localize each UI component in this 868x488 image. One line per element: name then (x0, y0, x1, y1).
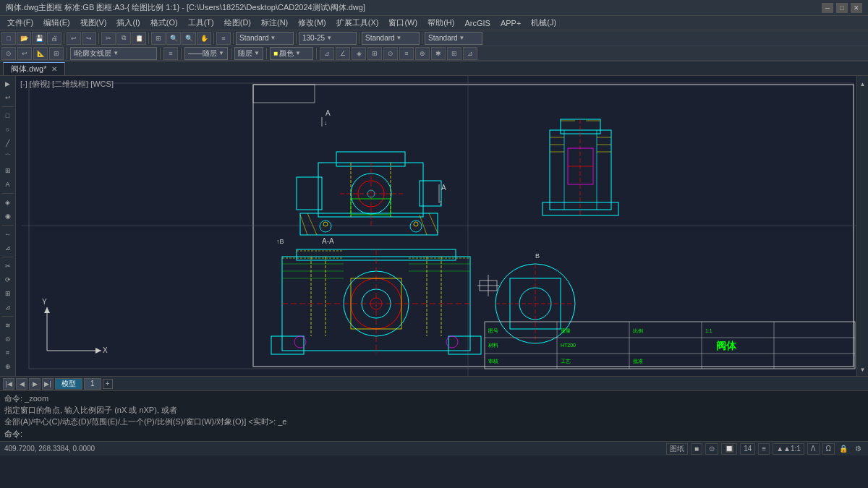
menu-file[interactable]: 文件(F) (3, 17, 38, 29)
lp-attrib[interactable]: ◉ (1, 210, 14, 223)
viewport[interactable]: [-] [俯视] [二维线框] [WCS] (16, 76, 868, 376)
tb-r2-more8[interactable]: ✱ (431, 47, 446, 60)
tb-save[interactable]: 💾 (32, 32, 46, 45)
tb-copy[interactable]: ⧉ (116, 32, 131, 45)
tb-multistyle-dropdown[interactable]: Standard ▼ (425, 32, 482, 45)
tb-r2-more3[interactable]: ◈ (352, 47, 366, 60)
tb-open[interactable]: 📂 (17, 32, 31, 45)
rp-btn-1[interactable]: ▲ (856, 77, 869, 90)
tb-undo[interactable]: ↩ (67, 32, 81, 45)
tb-r2-more1[interactable]: ⊿ (320, 47, 334, 60)
tb-r2-3[interactable]: 📐 (33, 47, 48, 60)
tb-r2-4[interactable]: ⊞ (49, 47, 64, 60)
tb-zoom-ext[interactable]: ⊞ (151, 32, 166, 45)
tb-r2-more6[interactable]: ≡ (399, 47, 414, 60)
menu-insert[interactable]: 插入(I) (112, 17, 144, 29)
model-tab[interactable]: 模型 (55, 378, 82, 390)
lp-circle[interactable]: ○ (1, 123, 14, 136)
status-grid[interactable]: 图纸 (666, 443, 688, 455)
lp-hatch[interactable]: ⊞ (1, 164, 14, 177)
tb-layer-props[interactable]: ≡ (163, 47, 178, 60)
tb-r2-more9[interactable]: ⊞ (447, 47, 461, 60)
close-button[interactable]: ✕ (851, 3, 862, 13)
tab-nav-first[interactable]: |◀ (3, 378, 14, 390)
menu-draw[interactable]: 绘图(D) (220, 17, 255, 29)
menu-dim[interactable]: 标注(N) (257, 17, 292, 29)
tab-nav-last[interactable]: ▶| (42, 378, 54, 390)
lp-mirror[interactable]: ⊿ (1, 301, 14, 314)
lp-osnap[interactable]: ⊙ (1, 333, 14, 346)
tb-r2-more10[interactable]: ⊿ (463, 47, 477, 60)
command-input[interactable] (25, 430, 864, 439)
tb-r2-more2[interactable]: ∠ (336, 47, 350, 60)
lp-snap[interactable]: ≋ (1, 319, 14, 332)
tb-lineweight-dropdown[interactable]: 随层 ▼ (234, 47, 263, 60)
menu-app[interactable]: APP+ (496, 18, 525, 28)
tb-new[interactable]: □ (1, 32, 16, 45)
drawing-tab[interactable]: 阀体.dwg* ✕ (3, 62, 65, 75)
lp-block[interactable]: ◈ (1, 196, 14, 209)
lp-rotate[interactable]: ⟳ (1, 273, 14, 286)
menu-edit[interactable]: 编辑(E) (39, 17, 75, 29)
menu-help[interactable]: 帮助(H) (423, 17, 459, 29)
tb-color-dropdown[interactable]: ■ 颜色 ▼ (270, 47, 313, 60)
minimize-button[interactable]: ─ (822, 3, 833, 13)
status-ws[interactable]: Ω (822, 443, 835, 455)
lp-trim[interactable]: ✂ (1, 260, 14, 273)
status-snap[interactable]: ■ (691, 443, 702, 455)
tb-cut[interactable]: ✂ (101, 32, 116, 45)
status-anno[interactable]: Λ (807, 443, 820, 455)
lp-line[interactable]: ╱ (1, 137, 14, 150)
tb-pan[interactable]: ✋ (197, 32, 211, 45)
layout1-tab[interactable]: 1 (84, 378, 101, 390)
lp-measure[interactable]: ↔ (1, 228, 14, 241)
menu-format[interactable]: 格式(O) (146, 17, 182, 29)
status-osnap[interactable]: 14 (740, 443, 755, 455)
tb-redo[interactable]: ↪ (82, 32, 96, 45)
tab-close-icon[interactable]: ✕ (51, 65, 57, 73)
menu-window[interactable]: 窗口(W) (384, 17, 422, 29)
lp-layers2[interactable]: ≡ (1, 346, 14, 359)
maximize-button[interactable]: □ (836, 3, 848, 13)
menu-modify[interactable]: 修改(M) (294, 17, 331, 29)
tb-r2-more4[interactable]: ⊞ (367, 47, 382, 60)
menu-tools[interactable]: 工具(T) (184, 17, 218, 29)
tb-r2-more7[interactable]: ⊕ (415, 47, 430, 60)
tb-layer-dropdown[interactable]: i轮廓女线层 ▼ (70, 47, 157, 60)
status-polar[interactable]: 🔲 (721, 443, 737, 455)
tb-r2-2[interactable]: ↩ (17, 47, 32, 60)
lp-rect[interactable]: □ (1, 109, 14, 122)
menu-machine[interactable]: 机械(J) (527, 17, 561, 29)
tb-linetype-dropdown[interactable]: ——随层 ▼ (184, 47, 228, 60)
lp-select[interactable]: ▶ (1, 77, 14, 90)
lp-undo[interactable]: ↩ (1, 91, 14, 104)
command-prompt: 命令: (4, 429, 22, 440)
tb-tablestyle-dropdown[interactable]: Standard ▼ (362, 32, 420, 45)
lp-dim[interactable]: ⊿ (1, 241, 14, 254)
status-ortho[interactable]: ⊙ (705, 443, 718, 455)
tb-zoom-in[interactable]: 🔍 (166, 32, 181, 45)
add-layout-button[interactable]: + (103, 379, 113, 389)
tb-dimstyle-dropdown[interactable]: 130-25 ▼ (299, 32, 357, 45)
lp-text[interactable]: A (1, 178, 14, 191)
rp-btn-2[interactable]: ▼ (856, 363, 869, 376)
tb-r2-more5[interactable]: ⊙ (383, 47, 398, 60)
tb-zoom-out[interactable]: 🔍 (182, 32, 196, 45)
lp-props[interactable]: ⊕ (1, 360, 14, 373)
menu-ext[interactable]: 扩展工具(X) (332, 17, 383, 29)
tab-nav-prev[interactable]: ◀ (16, 378, 27, 390)
tb-layer[interactable]: ≡ (216, 32, 231, 45)
status-settings-icon[interactable]: ⚙ (852, 443, 864, 455)
status-otrack[interactable]: ≡ (758, 443, 770, 455)
tb-print[interactable]: 🖨 (47, 32, 61, 45)
menu-view[interactable]: 视图(V) (76, 17, 111, 29)
lp-array[interactable]: ⊞ (1, 287, 14, 300)
status-lock-icon[interactable]: 🔒 (838, 443, 849, 455)
menu-arcgis[interactable]: ArcGIS (460, 18, 494, 28)
status-scale[interactable]: ▲▲1:1 (773, 443, 804, 455)
tab-nav-next[interactable]: ▶ (29, 378, 41, 390)
tb-paste[interactable]: 📋 (132, 32, 146, 45)
tb-style-dropdown[interactable]: Standard ▼ (236, 32, 294, 45)
tb-r2-1[interactable]: ⊙ (1, 47, 16, 60)
lp-arc[interactable]: ⌒ (1, 150, 14, 163)
